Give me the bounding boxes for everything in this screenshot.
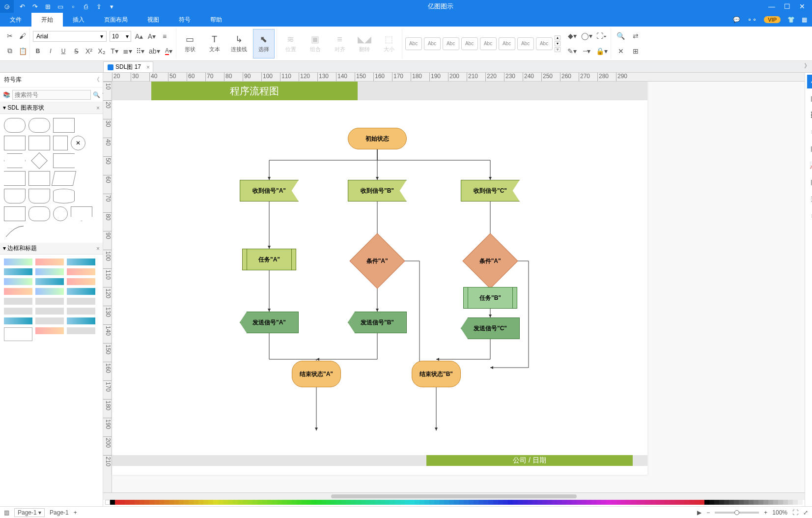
zoom-in-icon[interactable]: + — [764, 509, 767, 516]
title-style-item[interactable] — [4, 308, 32, 315]
color-swatch[interactable] — [493, 500, 498, 505]
shape-item[interactable] — [28, 189, 50, 203]
search-icon[interactable]: 🔍 — [93, 91, 100, 98]
library-icon[interactable]: 📚 — [3, 91, 10, 98]
color-swatch[interactable] — [375, 500, 380, 505]
color-swatch[interactable] — [321, 500, 326, 505]
title-style-item[interactable] — [67, 308, 95, 315]
style-item[interactable]: Abc — [424, 37, 441, 50]
font-size-select[interactable]: 10▾ — [110, 31, 131, 42]
gallery-down-icon[interactable]: ▾ — [555, 41, 560, 46]
category-borders[interactable]: ▾ 边框和标题× — [0, 243, 103, 255]
shape-item[interactable] — [28, 206, 50, 221]
color-swatch[interactable] — [120, 500, 125, 505]
line-icon[interactable]: ◯▾ — [581, 31, 593, 41]
color-swatch[interactable] — [690, 500, 695, 505]
shape-item[interactable] — [53, 118, 75, 133]
node-signal-c[interactable]: 收到信号"C" — [461, 180, 520, 201]
style-item[interactable]: Abc — [461, 37, 478, 50]
menu-tab-layout[interactable]: 页面布局 — [94, 13, 138, 27]
color-swatch[interactable] — [336, 500, 341, 505]
app-logo-icon[interactable]: ◶ — [0, 0, 14, 13]
shape-item[interactable] — [53, 136, 68, 150]
color-swatch[interactable] — [267, 500, 272, 505]
color-swatch[interactable] — [464, 500, 469, 505]
paste-icon[interactable]: 📋 — [18, 46, 28, 56]
close-category-icon[interactable]: × — [96, 105, 100, 112]
tools-icon[interactable]: ✕ — [615, 46, 627, 56]
shape-item[interactable] — [71, 206, 92, 221]
cut-icon[interactable]: ✂ — [5, 31, 15, 41]
color-swatch[interactable] — [144, 500, 149, 505]
gallery-up-icon[interactable]: ▴ — [555, 35, 560, 40]
font-select[interactable]: Arial▾ — [33, 31, 107, 42]
dash-icon[interactable]: ┄▾ — [581, 46, 593, 56]
node-start[interactable]: 初始状态 — [348, 128, 407, 149]
shape-item[interactable] — [4, 206, 26, 221]
color-swatch[interactable] — [164, 500, 169, 505]
title-style-item[interactable] — [67, 259, 95, 265]
shape-item[interactable] — [53, 153, 75, 168]
close-tab-icon[interactable]: × — [146, 64, 150, 71]
fill-panel-icon[interactable]: ◆ — [807, 75, 812, 88]
color-swatch[interactable] — [773, 500, 778, 505]
node-end-b[interactable]: 结束状态"B" — [412, 361, 461, 387]
strike-icon[interactable]: S̶ — [71, 46, 81, 56]
minimize-icon[interactable]: — — [768, 2, 775, 10]
page-title-banner[interactable]: 程序流程图 — [151, 82, 358, 100]
color-swatch[interactable] — [125, 500, 130, 505]
color-swatch[interactable] — [724, 500, 729, 505]
addon-icon[interactable]: ⊞ — [630, 46, 642, 56]
position-button[interactable]: ≋位置 — [280, 29, 302, 58]
style-item[interactable]: Abc — [499, 37, 515, 50]
rotate-button[interactable]: ◣◢翻转 — [354, 29, 375, 58]
font-color-icon[interactable]: A▾ — [164, 46, 174, 56]
color-swatch[interactable] — [557, 500, 562, 505]
color-swatch[interactable] — [749, 500, 754, 505]
menu-tab-symbol[interactable]: 符号 — [169, 13, 200, 27]
color-swatch[interactable] — [670, 500, 675, 505]
color-swatch[interactable] — [601, 500, 606, 505]
node-signal-b[interactable]: 收到信号"B" — [348, 180, 407, 201]
shape-item[interactable] — [4, 224, 26, 239]
color-swatch[interactable] — [346, 500, 351, 505]
color-swatch[interactable] — [434, 500, 439, 505]
title-style-item[interactable] — [67, 298, 95, 305]
color-swatch[interactable] — [675, 500, 680, 505]
shape-item[interactable]: ✕ — [71, 136, 85, 150]
color-swatch[interactable] — [238, 500, 243, 505]
color-swatch[interactable] — [395, 500, 400, 505]
color-swatch[interactable] — [508, 500, 513, 505]
color-swatch[interactable] — [189, 500, 194, 505]
color-swatch[interactable] — [410, 500, 415, 505]
shrink-font-icon[interactable]: A▾ — [147, 31, 157, 41]
color-swatch[interactable] — [385, 500, 390, 505]
color-swatch[interactable] — [562, 500, 567, 505]
color-swatch[interactable] — [518, 500, 523, 505]
color-swatch[interactable] — [660, 500, 665, 505]
collapse-right-icon[interactable]: 》 — [804, 62, 810, 70]
color-swatch[interactable] — [154, 500, 159, 505]
color-swatch[interactable] — [577, 500, 582, 505]
color-swatch[interactable] — [115, 500, 120, 505]
new-icon[interactable]: ⊞ — [43, 2, 52, 11]
shape-item[interactable] — [52, 171, 76, 186]
title-style-item[interactable] — [67, 278, 95, 285]
color-swatch[interactable] — [297, 500, 302, 505]
title-style-item[interactable] — [67, 327, 95, 334]
color-swatch[interactable] — [645, 500, 650, 505]
shape-item[interactable] — [4, 171, 26, 186]
title-style-item[interactable] — [4, 298, 32, 305]
node-task-a[interactable]: 任务"A" — [242, 249, 296, 270]
crop-icon[interactable]: ⛶▾ — [596, 31, 608, 41]
color-swatch[interactable] — [400, 500, 405, 505]
color-swatch[interactable] — [307, 500, 311, 505]
size-button[interactable]: ⬚大小 — [378, 29, 400, 58]
color-swatch[interactable] — [763, 500, 768, 505]
color-swatch[interactable] — [572, 500, 577, 505]
share-icon[interactable]: ⚬⚬ — [747, 16, 757, 23]
color-swatch[interactable] — [582, 500, 587, 505]
menu-tab-view[interactable]: 视图 — [138, 13, 169, 27]
color-swatch[interactable] — [311, 500, 316, 505]
export-icon[interactable]: ⇪ — [94, 2, 103, 11]
